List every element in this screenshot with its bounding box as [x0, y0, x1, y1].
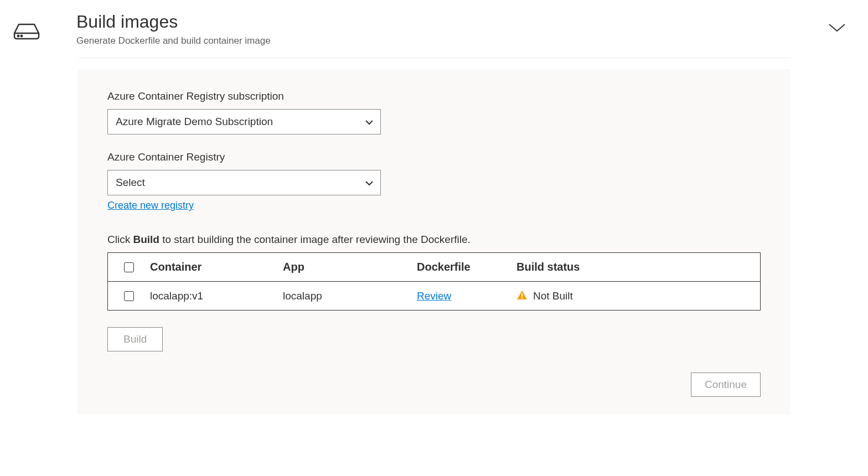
row-checkbox[interactable]	[124, 291, 134, 301]
instruction-bold: Build	[133, 234, 159, 245]
subscription-field-group: Azure Container Registry subscription Az…	[107, 90, 761, 134]
cell-container: localapp:v1	[150, 290, 283, 302]
review-dockerfile-link[interactable]: Review	[417, 290, 451, 302]
page-title: Build images	[76, 11, 857, 32]
chevron-down-icon	[365, 116, 374, 128]
cell-status: Not Built	[533, 290, 573, 302]
svg-point-1	[18, 35, 19, 37]
registry-field-group: Azure Container Registry Select Create n…	[107, 151, 761, 211]
table-row: localapp:v1 localapp Review	[108, 282, 760, 310]
registry-select-value: Select	[116, 177, 145, 189]
continue-button[interactable]: Continue	[691, 372, 761, 397]
containers-table: Container App Dockerfile Build status lo…	[107, 252, 761, 311]
warning-icon	[516, 289, 528, 302]
registry-label: Azure Container Registry	[107, 151, 761, 163]
cell-app: localapp	[283, 290, 417, 302]
chevron-down-icon	[365, 177, 374, 189]
page-subtitle: Generate Dockerfile and build container …	[76, 35, 857, 46]
column-header-container: Container	[150, 261, 283, 273]
page-header: Build images Generate Dockerfile and bui…	[0, 11, 868, 58]
registry-select[interactable]: Select	[107, 170, 381, 195]
svg-point-2	[21, 35, 22, 37]
build-button[interactable]: Build	[107, 327, 163, 351]
select-all-checkbox[interactable]	[124, 262, 134, 272]
storage-drive-icon	[11, 21, 42, 43]
table-header-row: Container App Dockerfile Build status	[108, 253, 760, 282]
subscription-label: Azure Container Registry subscription	[107, 90, 761, 102]
instruction-suffix: to start building the container image af…	[159, 234, 471, 245]
create-registry-link[interactable]: Create new registry	[107, 200, 194, 211]
column-header-app: App	[283, 261, 417, 273]
content-panel: Azure Container Registry subscription Az…	[78, 69, 790, 415]
divider	[78, 58, 790, 58]
subscription-select[interactable]: Azure Migrate Demo Subscription	[107, 109, 381, 134]
instruction-prefix: Click	[107, 234, 133, 245]
svg-rect-4	[521, 298, 523, 299]
column-header-status: Build status	[516, 261, 760, 273]
svg-rect-3	[521, 293, 523, 297]
column-header-dockerfile: Dockerfile	[417, 261, 516, 273]
build-instruction: Click Build to start building the contai…	[107, 234, 761, 246]
subscription-select-value: Azure Migrate Demo Subscription	[116, 116, 273, 128]
collapse-chevron-icon[interactable]	[828, 22, 846, 35]
